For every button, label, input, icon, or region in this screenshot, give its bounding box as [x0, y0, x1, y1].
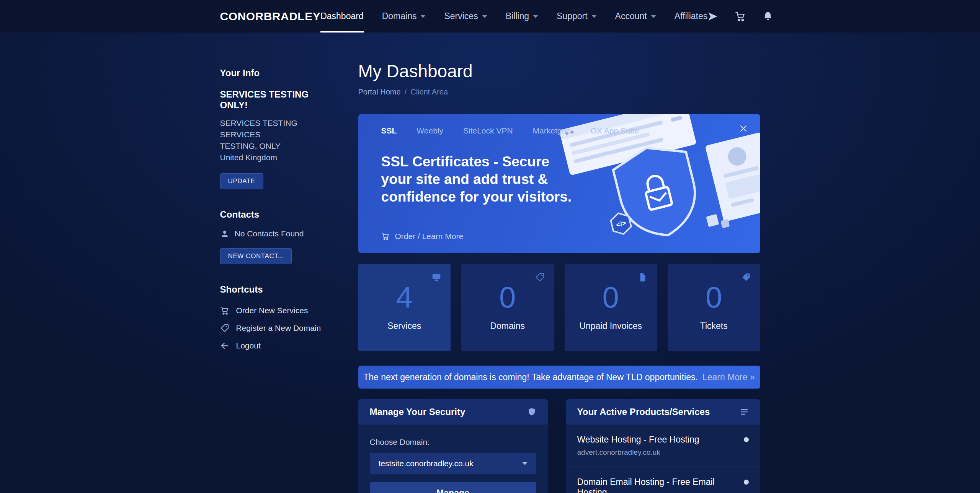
product-name: Website Hosting - Free Hosting	[577, 434, 699, 445]
shortcut-register-domain[interactable]: Register a New Domain	[220, 323, 335, 333]
nav-item-dashboard[interactable]: Dashboard	[320, 0, 364, 33]
stat-tile-domains[interactable]: 0 Domains	[461, 264, 554, 351]
promo-headline: SSL Certificates - Secure your site and …	[381, 153, 577, 206]
breadcrumb: Portal Home/Client Area	[358, 88, 760, 96]
products-panel-title: Your Active Products/Services	[577, 407, 710, 417]
promo-card: SSL Weebly SiteLock VPN Marketgoo OX App…	[358, 114, 760, 253]
shortcut-label: Register a New Domain	[236, 324, 321, 333]
promo-tab-ox-app-suite[interactable]: OX App Suite	[591, 126, 639, 135]
shortcut-label: Order New Services	[236, 306, 308, 315]
invoice-file-icon	[638, 272, 648, 282]
announcement-text: The next generation of domains is coming…	[363, 372, 698, 382]
product-row-website-hosting[interactable]: Website Hosting - Free Hosting advert.co…	[566, 425, 760, 467]
nav-item-support[interactable]: Support	[557, 0, 597, 33]
promo-tab-ssl[interactable]: SSL	[381, 126, 397, 135]
stat-label: Tickets	[668, 321, 760, 331]
stat-value: 0	[668, 280, 760, 315]
promo-tab-sitelock-vpn[interactable]: SiteLock VPN	[463, 126, 513, 135]
chevron-down-icon	[651, 15, 656, 18]
bell-icon[interactable]	[763, 11, 773, 22]
product-domain: advert.conorbradley.co.uk	[577, 448, 699, 457]
breadcrumb-separator: /	[405, 88, 407, 96]
update-button[interactable]: UPDATE	[220, 173, 263, 189]
cart-icon	[381, 232, 390, 241]
nav-label: Dashboard	[320, 11, 364, 21]
shortcut-label: Logout	[236, 341, 261, 350]
breadcrumb-current: Client Area	[410, 88, 448, 96]
announcement-learn-more-link[interactable]: Learn More »	[702, 372, 755, 382]
services-icon	[431, 272, 441, 282]
close-icon[interactable]	[739, 124, 748, 133]
security-panel-title: Manage Your Security	[370, 407, 466, 417]
address-line: TESTING, ONLY	[220, 140, 335, 152]
product-row-email-hosting[interactable]: Domain Email Hosting - Free Email Hostin…	[566, 467, 760, 493]
chevron-down-icon	[522, 462, 528, 465]
contacts-heading: Contacts	[220, 209, 335, 220]
sidebar: Your Info SERVICES TESTING ONLY! SERVICE…	[220, 57, 335, 493]
nav-label: Support	[557, 11, 588, 21]
promo-order-link[interactable]: Order / Learn More	[381, 232, 464, 241]
promo-tab-marketgoo[interactable]: Marketgoo	[533, 126, 571, 135]
stat-value: 0	[461, 280, 554, 315]
nav-label: Affiliates	[675, 11, 708, 21]
domains-icon	[535, 272, 545, 282]
user-icon	[220, 229, 229, 238]
breadcrumb-home[interactable]: Portal Home	[358, 88, 401, 96]
selected-domain: testsite.conorbradley.co.uk	[379, 459, 474, 468]
cart-icon[interactable]	[735, 11, 746, 22]
list-icon	[740, 407, 749, 417]
code-glyph: </>	[615, 219, 627, 229]
stat-value: 4	[358, 280, 451, 315]
page-title: My Dashboard	[358, 61, 760, 81]
your-info-heading: Your Info	[220, 68, 335, 78]
nav-item-affiliates[interactable]: Affiliates	[675, 0, 708, 33]
chevron-down-icon	[482, 15, 487, 18]
top-navbar: CONORBRADLEY Dashboard Domains Services …	[0, 0, 980, 33]
no-contacts-text: No Contacts Found	[235, 229, 304, 238]
promo-tabs: SSL Weebly SiteLock VPN Marketgoo OX App…	[381, 126, 737, 135]
main-nav: Dashboard Domains Services Billing Suppo…	[320, 0, 707, 33]
ticket-tag-icon	[741, 272, 751, 282]
new-contact-button[interactable]: NEW CONTACT...	[220, 248, 292, 264]
status-dot	[744, 480, 749, 485]
promo-cta-label: Order / Learn More	[395, 232, 464, 241]
cart-icon	[220, 306, 229, 315]
shield-icon	[527, 407, 536, 417]
manage-button[interactable]: Manage	[370, 482, 536, 493]
nav-label: Account	[615, 11, 647, 21]
nav-item-account[interactable]: Account	[615, 0, 656, 33]
client-name: SERVICES TESTING ONLY!	[220, 89, 335, 111]
stat-label: Domains	[461, 321, 554, 331]
chevron-down-icon	[591, 15, 597, 18]
nav-label: Billing	[506, 11, 529, 21]
promo-tab-weebly[interactable]: Weebly	[416, 126, 443, 135]
stat-value: 0	[565, 280, 657, 315]
stats-row: 4 Services 0 Domains 0 Unpaid Invoices	[358, 264, 760, 351]
address-line: SERVICES	[220, 129, 335, 140]
active-products-panel: Your Active Products/Services Website Ho…	[566, 399, 760, 493]
manage-security-panel: Manage Your Security Choose Domain: test…	[358, 399, 548, 493]
shortcut-logout[interactable]: Logout	[220, 341, 335, 351]
stat-tile-unpaid-invoices[interactable]: 0 Unpaid Invoices	[565, 264, 657, 351]
stat-tile-tickets[interactable]: 0 Tickets	[668, 264, 760, 351]
stat-tile-services[interactable]: 4 Services	[358, 264, 451, 351]
nav-label: Services	[444, 11, 478, 21]
product-name: Domain Email Hosting - Free Email Hostin…	[577, 477, 744, 493]
tld-announcement-banner: The next generation of domains is coming…	[358, 366, 760, 389]
nav-item-billing[interactable]: Billing	[506, 0, 538, 33]
stat-label: Unpaid Invoices	[565, 321, 657, 331]
status-dot	[744, 437, 749, 442]
share-icon[interactable]	[707, 11, 718, 22]
domain-select[interactable]: testsite.conorbradley.co.uk	[370, 453, 536, 474]
address-line: SERVICES TESTING	[220, 117, 335, 129]
stat-label: Services	[358, 321, 451, 331]
chevron-down-icon	[420, 15, 426, 18]
nav-item-domains[interactable]: Domains	[382, 0, 426, 33]
nav-label: Domains	[382, 11, 417, 21]
address-line: United Kingdom	[220, 152, 335, 163]
shortcut-order-new-services[interactable]: Order New Services	[220, 306, 335, 316]
logout-arrow-icon	[220, 341, 229, 350]
shortcuts-heading: Shortcuts	[220, 284, 335, 295]
nav-item-services[interactable]: Services	[444, 0, 487, 33]
brand-logo[interactable]: CONORBRADLEY	[220, 10, 321, 23]
